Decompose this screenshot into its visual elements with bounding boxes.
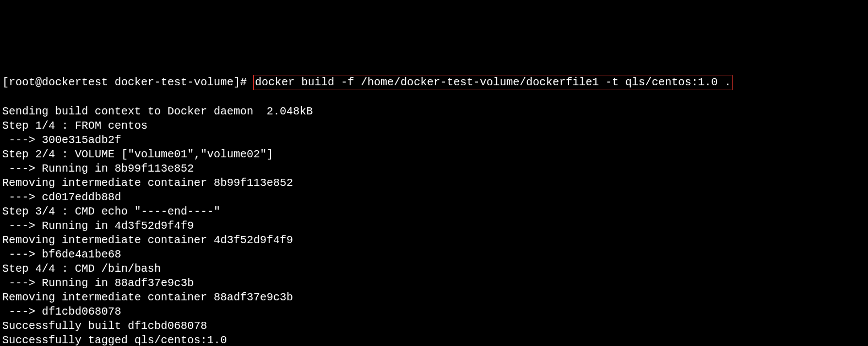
build-output-line: ---> Running in 8b99f113e852 <box>2 162 866 176</box>
terminal-output[interactable]: [root@dockertest docker-test-volume]# do… <box>2 61 866 346</box>
build-output-line: Successfully tagged qls/centos:1.0 <box>2 333 866 346</box>
build-output-line: ---> Running in 4d3f52d9f4f9 <box>2 219 866 233</box>
build-command-highlighted: docker build -f /home/docker-test-volume… <box>253 75 733 90</box>
build-output-line: Removing intermediate container 4d3f52d9… <box>2 233 866 248</box>
build-output-line: Step 2/4 : VOLUME ["volume01","volume02"… <box>2 147 866 162</box>
build-output-line: Removing intermediate container 88adf37e… <box>2 290 866 305</box>
build-output-line: Step 1/4 : FROM centos <box>2 119 866 133</box>
build-output-line: Sending build context to Docker daemon 2… <box>2 105 866 119</box>
build-output-line: ---> 300e315adb2f <box>2 133 866 147</box>
shell-prompt: [root@dockertest docker-test-volume]# <box>2 76 253 89</box>
build-output-line: Removing intermediate container 8b99f113… <box>2 176 866 190</box>
build-output-line: Step 3/4 : CMD echo "----end----" <box>2 205 866 219</box>
build-output-line: Successfully built df1cbd068078 <box>2 319 866 333</box>
prompt-line-1[interactable]: [root@dockertest docker-test-volume]# do… <box>2 75 866 90</box>
build-output-line: ---> Running in 88adf37e9c3b <box>2 276 866 290</box>
build-output-line: ---> bf6de4a1be68 <box>2 248 866 262</box>
build-output-line: ---> cd017eddb88d <box>2 190 866 205</box>
build-output-line: ---> df1cbd068078 <box>2 305 866 319</box>
build-output-line: Step 4/4 : CMD /bin/bash <box>2 262 866 276</box>
